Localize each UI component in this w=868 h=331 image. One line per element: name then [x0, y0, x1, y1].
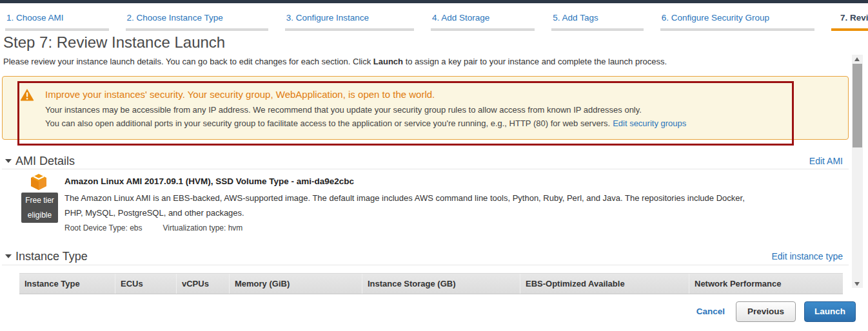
ami-virtualization: Virtualization type: hvm: [163, 223, 243, 232]
col-memory: Memory (GiB): [229, 274, 362, 294]
ami-cube-icon: [30, 173, 47, 191]
instance-type-section-title: Instance Type: [15, 250, 88, 263]
free-tier-badge-line2: eligible: [21, 208, 58, 223]
col-network-performance: Network Performance: [689, 274, 843, 294]
ami-section-title: AMI Details: [15, 155, 75, 168]
cancel-link[interactable]: Cancel: [696, 307, 725, 316]
tab-configure-instance[interactable]: 3. Configure Instance: [285, 13, 414, 31]
instance-type-table-header: Instance Type ECUs vCPUs Memory (GiB) In…: [19, 273, 843, 294]
wizard-step-tabs: 1. Choose AMI2. Choose Instance Type3. C…: [5, 12, 868, 31]
intro-text: Please review your instance launch detai…: [3, 57, 667, 66]
page-title: Step 7: Review Instance Launch: [3, 33, 225, 52]
col-instance-storage: Instance Storage (GB): [362, 274, 520, 294]
section-divider: [2, 169, 849, 169]
intro-before: Please review your instance launch detai…: [3, 57, 373, 66]
scroll-up-arrow-icon[interactable]: [852, 55, 863, 64]
col-ebs-optimized: EBS-Optimized Available: [520, 274, 689, 294]
col-vcpus: vCPUs: [176, 274, 229, 294]
tab-add-tags[interactable]: 5. Add Tags: [551, 13, 643, 31]
intro-after: to assign a key pair to your instance an…: [403, 57, 667, 66]
tab-review[interactable]: 7. Review: [831, 13, 868, 31]
tab-configure-security-group[interactable]: 6. Configure Security Group: [660, 13, 814, 31]
free-tier-badge-line1: Free tier: [21, 193, 58, 208]
previous-button[interactable]: Previous: [736, 301, 796, 322]
launch-button[interactable]: Launch: [804, 301, 856, 322]
col-ecus: ECUs: [115, 274, 176, 294]
section-divider: [2, 265, 849, 265]
wizard-footer-actions: Cancel Previous Launch: [696, 301, 856, 322]
free-tier-badge: Free tier eligible: [21, 193, 58, 223]
edit-ami-link[interactable]: Edit AMI: [809, 156, 843, 166]
instance-type-collapse-caret[interactable]: [5, 254, 12, 258]
warning-title: Improve your instances' security. Your s…: [45, 89, 435, 100]
col-instance-type: Instance Type: [19, 274, 115, 294]
warning-line2: You can also open additional ports in yo…: [45, 118, 686, 128]
tab-choose-ami[interactable]: 1. Choose AMI: [5, 13, 109, 31]
edit-security-groups-link[interactable]: Edit security groups: [613, 118, 686, 128]
ami-section-collapse-caret[interactable]: [5, 159, 12, 163]
warning-line1: Your instances may be accessible from an…: [45, 105, 642, 115]
console-top-strip: [0, 0, 868, 3]
scroll-down-arrow-icon[interactable]: [852, 279, 863, 288]
warning-line2-text: You can also open additional ports in yo…: [45, 118, 610, 128]
ami-description: The Amazon Linux AMI is an EBS-backed, A…: [64, 191, 764, 220]
edit-instance-type-link[interactable]: Edit instance type: [771, 251, 843, 261]
ami-name: Amazon Linux AMI 2017.09.1 (HVM), SSD Vo…: [64, 176, 354, 186]
ami-root-device: Root Device Type: ebs: [64, 223, 143, 232]
ami-meta-row: Root Device Type: ebsVirtualization type…: [64, 223, 263, 232]
intro-launch-word: Launch: [373, 57, 403, 66]
tab-add-storage[interactable]: 4. Add Storage: [431, 13, 535, 31]
warning-triangle-icon: [20, 88, 34, 101]
scrollbar-thumb[interactable]: [853, 64, 862, 147]
vertical-scrollbar[interactable]: [852, 55, 863, 288]
tab-choose-instance-type[interactable]: 2. Choose Instance Type: [126, 13, 268, 31]
